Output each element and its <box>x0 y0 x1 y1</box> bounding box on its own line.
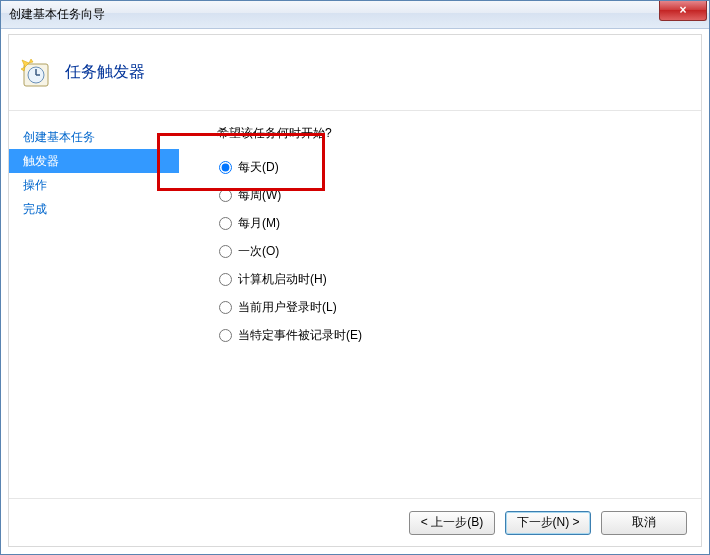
trigger-prompt: 希望该任务何时开始? <box>217 125 701 142</box>
sidebar-item-trigger[interactable]: 触发器 <box>9 149 179 173</box>
option-monthly[interactable]: 每月(M) <box>219 214 701 232</box>
close-button[interactable]: × <box>659 1 707 21</box>
radio-weekly[interactable] <box>219 189 232 202</box>
wizard-header-title: 任务触发器 <box>65 62 145 83</box>
option-logon[interactable]: 当前用户登录时(L) <box>219 298 701 316</box>
option-label[interactable]: 一次(O) <box>238 243 279 260</box>
radio-monthly[interactable] <box>219 217 232 230</box>
wizard-body: 创建基本任务 触发器 操作 完成 希望该任务何时开始? 每天(D) 每周(W) <box>9 111 701 498</box>
wizard-main-panel: 希望该任务何时开始? 每天(D) 每周(W) 每月(M) <box>179 111 701 498</box>
close-icon: × <box>679 3 686 17</box>
radio-logon[interactable] <box>219 301 232 314</box>
option-label[interactable]: 每周(W) <box>238 187 281 204</box>
sidebar-item-label: 创建基本任务 <box>23 130 95 144</box>
option-label[interactable]: 当前用户登录时(L) <box>238 299 337 316</box>
option-label[interactable]: 每月(M) <box>238 215 280 232</box>
wizard-header: 任务触发器 <box>9 35 701 111</box>
option-label[interactable]: 计算机启动时(H) <box>238 271 327 288</box>
option-event[interactable]: 当特定事件被记录时(E) <box>219 326 701 344</box>
option-daily[interactable]: 每天(D) <box>219 158 701 176</box>
titlebar: 创建基本任务向导 × <box>1 1 709 29</box>
window-title: 创建基本任务向导 <box>1 6 105 23</box>
option-weekly[interactable]: 每周(W) <box>219 186 701 204</box>
content-panel: 任务触发器 创建基本任务 触发器 操作 完成 希望该任务何时开始? 每天(D) <box>8 34 702 547</box>
next-button[interactable]: 下一步(N) > <box>505 511 591 535</box>
trigger-options: 每天(D) 每周(W) 每月(M) 一次(O) <box>217 158 701 344</box>
back-button[interactable]: < 上一步(B) <box>409 511 495 535</box>
sidebar-item-label: 操作 <box>23 178 47 192</box>
cancel-button[interactable]: 取消 <box>601 511 687 535</box>
option-label[interactable]: 每天(D) <box>238 159 279 176</box>
option-once[interactable]: 一次(O) <box>219 242 701 260</box>
option-startup[interactable]: 计算机启动时(H) <box>219 270 701 288</box>
clock-icon <box>19 57 51 89</box>
wizard-sidebar: 创建基本任务 触发器 操作 完成 <box>9 111 179 498</box>
sidebar-item-label: 触发器 <box>23 154 59 168</box>
wizard-footer: < 上一步(B) 下一步(N) > 取消 <box>9 498 701 546</box>
option-label[interactable]: 当特定事件被记录时(E) <box>238 327 362 344</box>
sidebar-item-create-task[interactable]: 创建基本任务 <box>9 125 179 149</box>
radio-event[interactable] <box>219 329 232 342</box>
radio-daily[interactable] <box>219 161 232 174</box>
sidebar-item-finish[interactable]: 完成 <box>9 197 179 221</box>
wizard-window: 创建基本任务向导 × 任务触发器 创建基本任务 <box>0 0 710 555</box>
sidebar-item-label: 完成 <box>23 202 47 216</box>
radio-startup[interactable] <box>219 273 232 286</box>
radio-once[interactable] <box>219 245 232 258</box>
sidebar-item-action[interactable]: 操作 <box>9 173 179 197</box>
